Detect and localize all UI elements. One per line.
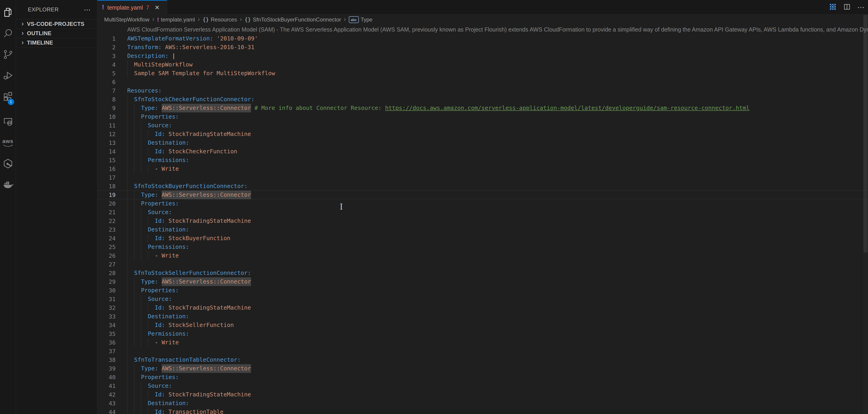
code-line[interactable]: 19Type: AWS::Serverless::Connector bbox=[97, 190, 868, 199]
sidebar-section-vs-code-projects[interactable]: › VS-CODE-PROJECTS bbox=[16, 19, 97, 29]
code-line[interactable]: 11Source: bbox=[97, 121, 868, 130]
line-number[interactable]: 15 bbox=[97, 156, 127, 165]
line-number[interactable]: 1 bbox=[97, 34, 127, 43]
code-line[interactable]: 5Sample SAM Template for MultiStepWorkfl… bbox=[97, 69, 868, 78]
activity-item-search[interactable] bbox=[0, 23, 16, 44]
code-line[interactable]: 28SfnToStockSellerFunctionConnector: bbox=[97, 269, 868, 277]
line-number[interactable]: 28 bbox=[97, 269, 127, 277]
sidebar-section-timeline[interactable]: › TIMELINE bbox=[16, 38, 97, 48]
scrollbar-thumb[interactable] bbox=[863, 15, 868, 253]
line-number[interactable]: 23 bbox=[97, 225, 127, 234]
code-line[interactable]: 32Id: StockTradingStateMachine bbox=[97, 303, 868, 312]
line-number[interactable]: 33 bbox=[97, 312, 127, 321]
line-number[interactable]: 6 bbox=[97, 78, 127, 86]
code-line[interactable]: 38SfnToTransactionTableConnector: bbox=[97, 356, 868, 364]
breadcrumb-item-type[interactable]: abc Type bbox=[349, 16, 373, 23]
code-line[interactable]: 41Source: bbox=[97, 382, 868, 390]
line-number[interactable]: 44 bbox=[97, 408, 127, 414]
line-number[interactable]: 38 bbox=[97, 356, 127, 364]
activity-item-extensions[interactable]: 1 bbox=[0, 86, 16, 108]
code-line[interactable]: 21Source: bbox=[97, 208, 868, 216]
line-number[interactable]: 32 bbox=[97, 303, 127, 312]
sidebar-section-outline[interactable]: › OUTLINE bbox=[16, 29, 97, 38]
code-line[interactable]: 4MultiStepWorkflow bbox=[97, 60, 868, 69]
code-link[interactable]: https://docs.aws.amazon.com/serverless-a… bbox=[385, 104, 749, 112]
line-number[interactable]: 25 bbox=[97, 243, 127, 251]
breadcrumb-item-connector[interactable]: {} SfnToStockBuyerFunctionConnector bbox=[245, 17, 341, 23]
line-number[interactable]: 21 bbox=[97, 208, 127, 216]
activity-item-source-control[interactable] bbox=[0, 44, 16, 65]
code-line[interactable]: 7Resources: bbox=[97, 86, 868, 95]
code-line[interactable]: 33Destination: bbox=[97, 312, 868, 321]
code-line[interactable]: 40Properties: bbox=[97, 373, 868, 382]
activity-item-run-debug[interactable] bbox=[0, 65, 16, 86]
line-number[interactable]: 40 bbox=[97, 373, 127, 382]
breadcrumb-item-resources[interactable]: {} Resources bbox=[203, 17, 237, 23]
line-number[interactable]: 27 bbox=[97, 260, 127, 269]
code-line[interactable]: 44Id: TransactionTable bbox=[97, 408, 868, 414]
code-line[interactable]: 12Id: StockTradingStateMachine bbox=[97, 130, 868, 139]
line-number[interactable]: 39 bbox=[97, 364, 127, 373]
code-line[interactable]: 8SfnToStockCheckerFunctionConnector: bbox=[97, 95, 868, 104]
code-line[interactable]: 31Source: bbox=[97, 295, 868, 303]
line-number[interactable]: 30 bbox=[97, 286, 127, 295]
code-line[interactable]: 43Destination: bbox=[97, 399, 868, 408]
activity-item-hexagon-tool[interactable] bbox=[0, 153, 16, 175]
line-number[interactable]: 10 bbox=[97, 112, 127, 121]
render-graph-button[interactable] bbox=[828, 3, 837, 12]
code-line[interactable]: 39Type: AWS::Serverless::Connector bbox=[97, 364, 868, 373]
tab-template-yaml[interactable]: ! template.yaml 7 ✕ bbox=[97, 0, 167, 14]
line-number[interactable]: 2 bbox=[97, 43, 127, 52]
line-number[interactable]: 22 bbox=[97, 216, 127, 225]
line-number[interactable]: 31 bbox=[97, 295, 127, 303]
breadcrumb-item-folder[interactable]: MultiStepWorkflow bbox=[104, 17, 149, 23]
line-number[interactable]: 5 bbox=[97, 69, 127, 78]
code-line[interactable]: 29Type: AWS::Serverless::Connector bbox=[97, 277, 868, 286]
code-line[interactable]: 24Id: StockBuyerFunction bbox=[97, 234, 868, 243]
line-number[interactable]: 12 bbox=[97, 130, 127, 139]
code-line[interactable]: 42Id: StockTradingStateMachine bbox=[97, 390, 868, 399]
line-number[interactable]: 7 bbox=[97, 86, 127, 95]
line-number[interactable]: 42 bbox=[97, 390, 127, 399]
code-line[interactable]: 9Type: AWS::Serverless::Connector # More… bbox=[97, 104, 868, 112]
code-line[interactable]: 22Id: StockTradingStateMachine bbox=[97, 216, 868, 225]
line-number[interactable]: 3 bbox=[97, 52, 127, 60]
line-number[interactable]: 26 bbox=[97, 251, 127, 260]
line-number[interactable]: 43 bbox=[97, 399, 127, 408]
more-actions-icon[interactable]: ⋯ bbox=[857, 3, 866, 12]
code-line[interactable]: 34Id: StockSellerFunction bbox=[97, 321, 868, 329]
code-line[interactable]: 35Permissions: bbox=[97, 329, 868, 338]
line-number[interactable]: 19 bbox=[97, 191, 127, 199]
activity-item-explorer[interactable] bbox=[0, 2, 16, 23]
code-line[interactable]: 20Properties: bbox=[97, 199, 868, 208]
line-number[interactable]: 18 bbox=[97, 182, 127, 190]
breadcrumb-item-file[interactable]: ! template.yaml bbox=[157, 16, 195, 23]
line-number[interactable]: 14 bbox=[97, 147, 127, 156]
line-number[interactable]: 16 bbox=[97, 165, 127, 173]
line-number[interactable]: 29 bbox=[97, 277, 127, 286]
line-number[interactable]: 8 bbox=[97, 95, 127, 104]
line-number[interactable]: 20 bbox=[97, 199, 127, 208]
code-line[interactable]: 14Id: StockCheckerFunction bbox=[97, 147, 868, 156]
split-editor-button[interactable] bbox=[842, 3, 851, 12]
code-editor[interactable]: 1AWSTemplateFormatVersion: '2010-09-09'2… bbox=[97, 34, 868, 414]
line-number[interactable]: 17 bbox=[97, 173, 127, 182]
line-number[interactable]: 37 bbox=[97, 347, 127, 356]
line-number[interactable]: 9 bbox=[97, 104, 127, 112]
code-line[interactable]: 10Properties: bbox=[97, 112, 868, 121]
code-line[interactable]: 13Destination: bbox=[97, 139, 868, 147]
activity-item-docker[interactable] bbox=[0, 175, 16, 196]
line-number[interactable]: 34 bbox=[97, 321, 127, 329]
code-line[interactable]: 6 bbox=[97, 78, 868, 86]
line-number[interactable]: 24 bbox=[97, 234, 127, 243]
line-number[interactable]: 4 bbox=[97, 60, 127, 69]
more-actions-icon[interactable]: ⋯ bbox=[84, 6, 91, 14]
code-line[interactable]: 17 bbox=[97, 173, 868, 182]
code-line[interactable]: 36- Write bbox=[97, 338, 868, 347]
code-line[interactable]: 27 bbox=[97, 260, 868, 269]
code-line[interactable]: 16- Write bbox=[97, 165, 868, 173]
code-line[interactable]: 15Permissions: bbox=[97, 156, 868, 165]
code-line[interactable]: 18SfnToStockBuyerFunctionConnector: bbox=[97, 182, 868, 190]
code-line[interactable]: 3Description: | bbox=[97, 52, 868, 60]
line-number[interactable]: 41 bbox=[97, 382, 127, 390]
